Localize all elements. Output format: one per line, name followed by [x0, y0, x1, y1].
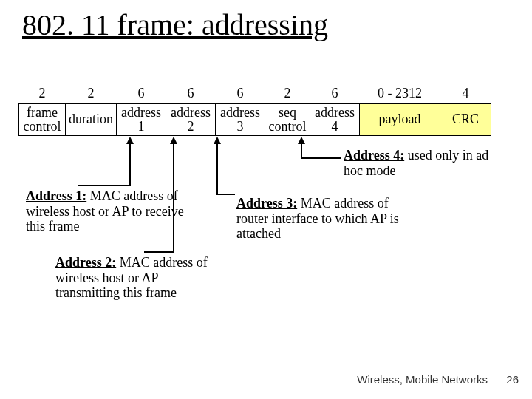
- field-payload: payload: [360, 103, 440, 135]
- note-address2: Address 2: MAC address of wireless host …: [55, 255, 225, 301]
- arrow-line: [144, 251, 174, 253]
- field-addr2: address2: [166, 103, 216, 135]
- arrow-line: [78, 185, 131, 186]
- bytes-payload: 0 - 2312: [360, 85, 440, 103]
- footer-text: Wireless, Mobile Networks: [357, 373, 488, 386]
- note-label: Address 2:: [55, 255, 116, 270]
- field-addr3: address3: [216, 103, 265, 135]
- arrow-line: [216, 194, 235, 195]
- arrow-icon: [214, 137, 221, 144]
- note-label: Address 1:: [26, 188, 86, 203]
- page-title: 802. 11 frame: addressing: [22, 7, 328, 42]
- field-frame-control: framecontrol: [19, 103, 66, 135]
- bytes-addr3: 6: [216, 85, 265, 103]
- field-seq: seqcontrol: [265, 103, 310, 135]
- arrow-line: [216, 144, 218, 194]
- frame-structure-table: 2 2 6 6 6 2 6 0 - 2312 4 framecontrol du…: [18, 85, 491, 136]
- field-duration: duration: [66, 103, 117, 135]
- field-addr1: address1: [117, 103, 166, 135]
- bytes-seq: 2: [265, 85, 310, 103]
- note-address3: Address 3: MAC address of router interfa…: [236, 196, 403, 242]
- note-address4: Address 4: used only in ad hoc mode: [344, 148, 502, 178]
- field-name-row: framecontrol duration address1 address2 …: [19, 103, 491, 135]
- field-addr4: address4: [310, 103, 360, 135]
- bytes-crc: 4: [440, 85, 491, 103]
- note-address1: Address 1: MAC address of wireless host …: [26, 188, 196, 234]
- arrow-line: [129, 144, 131, 185]
- arrow-icon: [170, 137, 177, 144]
- slide: 802. 11 frame: addressing 2 2 6 6 6 2 6 …: [0, 0, 532, 399]
- bytes-addr4: 6: [310, 85, 360, 103]
- page-number: 26: [506, 373, 519, 386]
- note-label: Address 3:: [236, 196, 297, 211]
- arrow-line: [301, 144, 302, 157]
- bytes-frame-control: 2: [19, 85, 66, 103]
- byte-count-row: 2 2 6 6 6 2 6 0 - 2312 4: [19, 85, 491, 103]
- arrow-line: [301, 157, 341, 159]
- arrow-icon: [126, 137, 134, 144]
- bytes-duration: 2: [66, 85, 117, 103]
- bytes-addr2: 6: [166, 85, 216, 103]
- bytes-addr1: 6: [117, 85, 166, 103]
- field-crc: CRC: [440, 103, 491, 135]
- arrow-icon: [298, 137, 305, 144]
- note-label: Address 4:: [344, 148, 404, 163]
